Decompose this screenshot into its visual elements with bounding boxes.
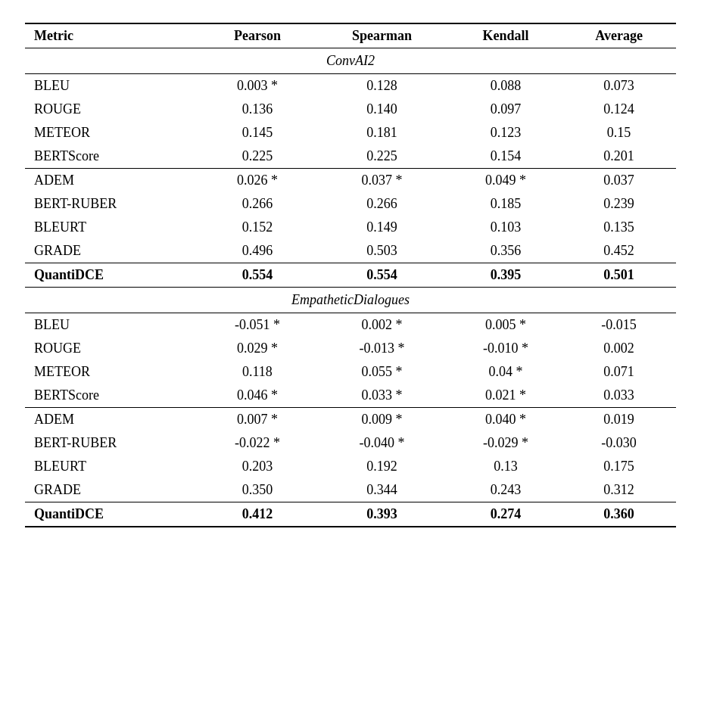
metric-value: 0.140 [314,98,450,121]
metric-value: 0.026 * [201,169,314,193]
metric-value: 0.452 [562,239,676,263]
col-spearman: Spearman [314,23,450,48]
metric-name: BERTScore [25,145,201,169]
metric-value: 0.009 * [314,408,450,432]
metric-value: 0.135 [562,216,676,239]
metric-value: 0.021 * [450,384,562,408]
metric-value: 0.136 [201,98,314,121]
metric-name: METEOR [25,121,201,145]
metric-value: -0.013 * [314,337,450,360]
table-header-row: Metric Pearson Spearman Kendall Average [25,23,676,48]
metric-value: -0.029 * [450,431,562,455]
metric-value: 0.554 [314,263,450,288]
metric-value: 0.350 [201,478,314,502]
metric-name: QuantiDCE [25,502,201,527]
section-title-0: ConvAI2 [25,48,676,74]
table-row: BERTScore0.046 *0.033 *0.021 *0.033 [25,384,676,408]
metric-value: 0.395 [450,263,562,288]
metric-value: -0.022 * [201,431,314,455]
metric-value: 0.103 [450,216,562,239]
metric-value: 0.071 [562,360,676,384]
metric-value: 0.029 * [201,337,314,360]
metric-value: 0.005 * [450,313,562,338]
metric-value: 0.149 [314,216,450,239]
metric-value: 0.181 [314,121,450,145]
metric-name: BLEURT [25,216,201,239]
table-row: ROUGE0.1360.1400.0970.124 [25,98,676,121]
metric-value: 0.073 [562,74,676,98]
metric-value: 0.128 [314,74,450,98]
metric-value: 0.503 [314,239,450,263]
table-row: BERT-RUBER0.2660.2660.1850.239 [25,192,676,216]
metric-value: 0.145 [201,121,314,145]
metric-value: -0.051 * [201,313,314,338]
metric-value: 0.13 [450,455,562,478]
metric-name: BERTScore [25,384,201,408]
metric-value: 0.037 * [314,169,450,193]
metric-value: 0.266 [201,192,314,216]
metric-value: -0.030 [562,431,676,455]
metric-name: GRADE [25,239,201,263]
table-row: BLEURT0.1520.1490.1030.135 [25,216,676,239]
metric-value: 0.496 [201,239,314,263]
table-row: GRADE0.4960.5030.3560.452 [25,239,676,263]
metric-value: 0.356 [450,239,562,263]
metric-value: 0.266 [314,192,450,216]
table-container: Metric Pearson Spearman Kendall Average … [25,23,676,527]
metric-value: 0.002 * [314,313,450,338]
metric-value: 0.019 [562,408,676,432]
table-row: BLEURT0.2030.1920.130.175 [25,455,676,478]
metric-value: 0.002 [562,337,676,360]
metric-value: 0.225 [314,145,450,169]
metric-value: 0.046 * [201,384,314,408]
table-row: QuantiDCE0.5540.5540.3950.501 [25,263,676,288]
metric-value: 0.118 [201,360,314,384]
metric-name: ADEM [25,408,201,432]
metric-value: 0.185 [450,192,562,216]
table-row: BERT-RUBER-0.022 *-0.040 *-0.029 *-0.030 [25,431,676,455]
table-row: BLEU-0.051 *0.002 *0.005 *-0.015 [25,313,676,338]
metric-value: 0.152 [201,216,314,239]
section-header-0: ConvAI2 [25,48,676,74]
table-row: ADEM0.007 *0.009 *0.040 *0.019 [25,408,676,432]
metric-value: 0.393 [314,502,450,527]
metric-value: 0.003 * [201,74,314,98]
metric-name: ROUGE [25,337,201,360]
col-kendall: Kendall [450,23,562,48]
metric-value: 0.055 * [314,360,450,384]
metric-value: 0.124 [562,98,676,121]
table-row: METEOR0.1450.1810.1230.15 [25,121,676,145]
metric-name: BERT-RUBER [25,192,201,216]
metric-value: 0.123 [450,121,562,145]
metric-value: 0.088 [450,74,562,98]
table-row: ADEM0.026 *0.037 *0.049 *0.037 [25,169,676,193]
results-table: Metric Pearson Spearman Kendall Average … [25,23,676,527]
metric-name: ADEM [25,169,201,193]
metric-value: 0.154 [450,145,562,169]
metric-value: 0.225 [201,145,314,169]
metric-value: 0.097 [450,98,562,121]
metric-value: 0.501 [562,263,676,288]
col-pearson: Pearson [201,23,314,48]
metric-value: 0.554 [201,263,314,288]
section-header-1: EmpatheticDialogues [25,288,676,313]
metric-value: 0.344 [314,478,450,502]
metric-value: 0.15 [562,121,676,145]
table-row: GRADE0.3500.3440.2430.312 [25,478,676,502]
metric-value: 0.040 * [450,408,562,432]
metric-value: 0.360 [562,502,676,527]
metric-value: 0.312 [562,478,676,502]
metric-value: 0.274 [450,502,562,527]
metric-value: 0.175 [562,455,676,478]
metric-value: 0.239 [562,192,676,216]
metric-name: ROUGE [25,98,201,121]
metric-name: BLEU [25,313,201,338]
metric-value: 0.203 [201,455,314,478]
metric-value: 0.04 * [450,360,562,384]
metric-name: BLEU [25,74,201,98]
metric-name: BERT-RUBER [25,431,201,455]
table-row: ROUGE0.029 *-0.013 *-0.010 *0.002 [25,337,676,360]
metric-value: 0.243 [450,478,562,502]
metric-value: 0.037 [562,169,676,193]
metric-value: 0.192 [314,455,450,478]
